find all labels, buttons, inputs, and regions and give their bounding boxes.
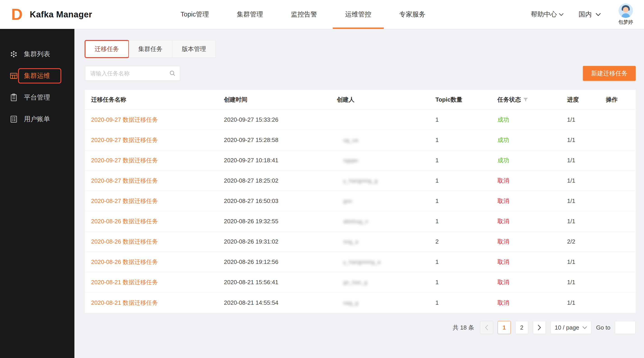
creator-cell: ug_ua (337, 137, 436, 144)
nav-expert-service[interactable]: 专家服务 (385, 0, 440, 29)
sidebar-item-user-billing[interactable]: 用户账单 (0, 108, 74, 130)
page-button-1[interactable]: 1 (498, 321, 511, 334)
progress-cell: 1/1 (567, 157, 606, 164)
sidebar-item-label: 平台管理 (24, 93, 50, 102)
status-badge: 取消 (498, 177, 509, 184)
page-size-select[interactable]: 10 / page (550, 321, 592, 334)
creator-redacted: gn_han_g (343, 279, 367, 285)
tab-cluster-tasks[interactable]: 集群任务 (129, 40, 172, 58)
status-badge: 成功 (498, 116, 509, 123)
app-logo-icon: D (6, 4, 28, 25)
new-migration-task-button[interactable]: 新建迁移任务 (583, 66, 636, 81)
table-body: 2020-09-27 数据迁移任务2020-09-27 15:33:261成功1… (85, 110, 636, 313)
region-menu[interactable]: 国内 (578, 10, 601, 19)
status-cell: 取消 (498, 299, 567, 307)
creator-redacted: y_hangmng_g (343, 178, 378, 184)
progress-cell: 1/1 (567, 177, 606, 184)
task-name-cell: 2020-08-26 数据迁移任务 (91, 258, 224, 266)
topic-count-cell: 1 (436, 177, 498, 184)
progress-cell: 1/1 (567, 137, 606, 144)
task-name-link[interactable]: 2020-08-26 数据迁移任务 (91, 238, 158, 245)
creator-cell: y_hangmng_g (337, 177, 436, 184)
search-icon[interactable] (169, 70, 176, 77)
status-badge: 取消 (498, 197, 509, 204)
creator-redacted: ug_ua (343, 137, 358, 143)
user-billing-icon (10, 115, 18, 124)
topic-count-cell: 1 (436, 116, 498, 123)
creator-redacted: ngqan (343, 157, 358, 163)
task-name-link[interactable]: 2020-09-27 数据迁移任务 (91, 137, 158, 143)
task-name-link[interactable]: 2020-08-27 数据迁移任务 (91, 177, 158, 184)
sidebar-item-label: 集群运维 (24, 71, 50, 80)
next-page-button[interactable] (533, 321, 546, 334)
sidebar-item-cluster-list[interactable]: 集群列表 (0, 43, 74, 65)
status-cell: 成功 (498, 136, 567, 144)
created-time-cell: 2020-08-26 19:32:55 (224, 218, 337, 225)
help-center-menu[interactable]: 帮助中心 (531, 10, 564, 19)
task-name-cell: 2020-08-21 数据迁移任务 (91, 278, 224, 286)
task-name-link[interactable]: 2020-09-27 数据迁移任务 (91, 116, 158, 123)
status-badge: 取消 (498, 258, 509, 265)
search-box (85, 66, 180, 81)
sidebar-item-cluster-ops[interactable]: 集群运维 (0, 65, 74, 87)
status-badge: 成功 (498, 157, 509, 164)
nav-label: 专家服务 (399, 10, 426, 19)
chevron-left-icon (484, 324, 489, 330)
task-name-link[interactable]: 2020-08-27 数据迁移任务 (91, 197, 158, 204)
prev-page-button[interactable] (480, 321, 493, 334)
created-time-cell: 2020-09-27 15:28:58 (224, 137, 337, 144)
column-task-status: 任务状态 (498, 96, 567, 104)
goto-label: Go to (596, 324, 610, 331)
top-header: D Kafka Manager Topic管理 集群管理 监控告警 运维管控 专… (0, 0, 644, 29)
search-input[interactable] (85, 66, 180, 81)
chevron-right-icon (537, 324, 542, 330)
table-row: 2020-09-27 数据迁移任务2020-09-27 10:18:41ngqa… (85, 150, 636, 171)
created-time-cell: 2020-09-27 10:18:41 (224, 157, 337, 164)
column-creator: 创建人 (337, 96, 436, 104)
task-name-link[interactable]: 2020-08-26 数据迁移任务 (91, 218, 158, 225)
status-badge: 取消 (498, 299, 509, 306)
tab-migration-tasks[interactable]: 迁移任务 (85, 40, 129, 58)
nav-monitoring-alerts[interactable]: 监控告警 (277, 0, 331, 29)
creator-cell: gnn (337, 197, 436, 204)
creator-cell: ngqan (337, 157, 436, 164)
chevron-down-icon (582, 326, 587, 329)
creator-redacted: y_hangmnng_a (343, 259, 380, 265)
goto-page-input[interactable] (615, 321, 636, 334)
column-created-time: 创建时间 (224, 96, 337, 104)
header-right: 帮助中心 国内 包梦婷 (531, 4, 644, 26)
nav-cluster-management[interactable]: 集群管理 (223, 0, 277, 29)
sidebar-item-platform-admin[interactable]: 平台管理 (0, 87, 74, 108)
table-row: 2020-08-21 数据迁移任务2020-08-21 15:56:41gn_h… (85, 272, 636, 292)
nav-label: Topic管理 (180, 10, 209, 19)
page-button-2[interactable]: 2 (515, 321, 528, 334)
nav-label: 集群管理 (237, 10, 263, 19)
table-row: 2020-08-26 数据迁移任务2020-08-26 19:32:55abis… (85, 211, 636, 232)
task-name-link[interactable]: 2020-08-21 数据迁移任务 (91, 279, 158, 285)
creator-redacted: nng_a (343, 239, 358, 245)
region-label: 国内 (578, 10, 592, 19)
status-cell: 成功 (498, 116, 567, 124)
nav-topic-management[interactable]: Topic管理 (167, 0, 223, 29)
task-name-cell: 2020-08-27 数据迁移任务 (91, 197, 224, 205)
creator-cell: nag_g (337, 299, 436, 306)
filter-icon[interactable] (523, 97, 528, 102)
status-cell: 取消 (498, 217, 567, 225)
column-task-name: 迁移任务名称 (91, 96, 224, 104)
chevron-down-icon (559, 13, 564, 16)
tab-label: 迁移任务 (95, 45, 119, 53)
task-name-cell: 2020-09-27 数据迁移任务 (91, 156, 224, 164)
cluster-ops-icon (10, 72, 18, 80)
creator-cell: nng_a (337, 238, 436, 245)
task-name-link[interactable]: 2020-08-26 数据迁移任务 (91, 258, 158, 265)
tab-label: 集群任务 (138, 45, 162, 53)
topic-count-cell: 1 (436, 299, 498, 306)
tab-version-management[interactable]: 版本管理 (172, 40, 216, 58)
task-name-link[interactable]: 2020-09-27 数据迁移任务 (91, 157, 158, 164)
progress-cell: 2/2 (567, 238, 606, 245)
nav-ops-control[interactable]: 运维管控 (331, 0, 385, 29)
topic-count-cell: 1 (436, 157, 498, 164)
user-block[interactable]: 包梦婷 (618, 4, 633, 26)
avatar[interactable] (618, 4, 633, 18)
task-name-link[interactable]: 2020-08-21 数据迁移任务 (91, 299, 158, 306)
